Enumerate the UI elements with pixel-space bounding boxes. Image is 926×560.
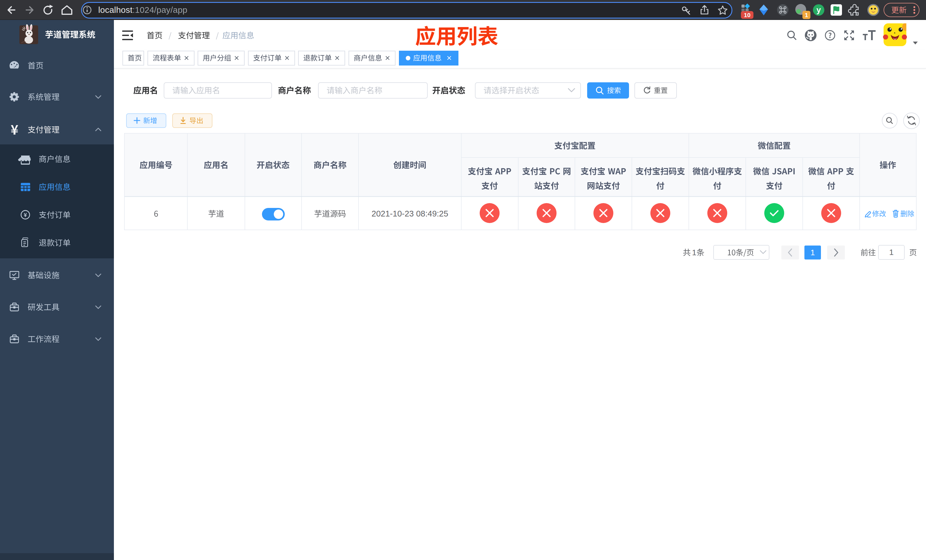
svg-text:1: 1 bbox=[692, 248, 696, 257]
